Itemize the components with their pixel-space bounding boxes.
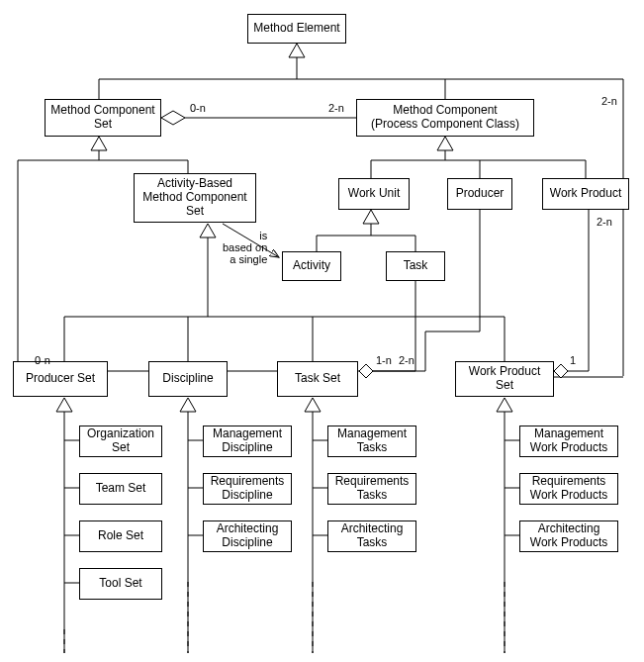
label-right-2n: 2-n — [601, 95, 617, 107]
node-activity-based-mcs: Activity-Based Method Component Set — [134, 173, 256, 223]
svg-marker-41 — [554, 364, 568, 378]
node-method-component-set: Method Component Set — [45, 99, 161, 137]
node-producer: Producer — [447, 178, 512, 210]
svg-marker-58 — [305, 398, 321, 412]
node-requirements-tasks: Requirements Tasks — [327, 473, 416, 505]
node-architecting-wp: Architecting Work Products — [519, 520, 618, 552]
node-task: Task — [386, 251, 445, 281]
svg-marker-52 — [180, 398, 196, 412]
node-management-discipline: Management Discipline — [203, 426, 292, 457]
label-ps-2n: 2-n — [399, 354, 414, 366]
svg-marker-9 — [91, 137, 107, 150]
label-right-lower-2n: 2-n — [597, 216, 612, 228]
svg-marker-38 — [359, 364, 373, 378]
node-management-tasks: Management Tasks — [327, 426, 416, 457]
node-architecting-discipline: Architecting Discipline — [203, 520, 292, 552]
node-role-set: Role Set — [79, 520, 162, 552]
node-team-set: Team Set — [79, 473, 162, 505]
node-activity: Activity — [282, 251, 341, 281]
label-ps-0n: 0-n — [35, 354, 50, 366]
node-work-product: Work Product — [542, 178, 629, 210]
node-architecting-tasks: Architecting Tasks — [327, 520, 416, 552]
node-method-component-pcc: Method Component (Process Component Clas… — [356, 99, 534, 137]
node-discipline: Discipline — [148, 361, 228, 397]
node-task-set: Task Set — [277, 361, 358, 397]
svg-marker-14 — [200, 224, 216, 237]
label-based-on: is based on a single — [223, 230, 267, 265]
svg-marker-22 — [437, 137, 453, 150]
label-agg-0n-top: 0-n — [190, 102, 206, 114]
node-requirements-wp: Requirements Work Products — [519, 473, 618, 505]
node-requirements-discipline: Requirements Discipline — [203, 473, 292, 505]
label-wps-1: 1 — [570, 354, 576, 366]
label-agg-2n-top: 2-n — [328, 102, 344, 114]
node-producer-set: Producer Set — [13, 361, 108, 397]
node-work-unit: Work Unit — [338, 178, 410, 210]
svg-marker-0 — [289, 44, 305, 57]
node-method-element: Method Element — [247, 14, 346, 44]
node-tool-set: Tool Set — [79, 568, 162, 600]
node-management-wp: Management Work Products — [519, 426, 618, 457]
svg-marker-45 — [56, 398, 72, 412]
svg-marker-64 — [497, 398, 512, 412]
node-organization-set: Organization Set — [79, 426, 162, 457]
node-work-product-set: Work Product Set — [455, 361, 554, 397]
label-ts-1n: 1-n — [376, 354, 392, 366]
svg-marker-7 — [161, 111, 185, 125]
svg-marker-28 — [363, 210, 379, 224]
